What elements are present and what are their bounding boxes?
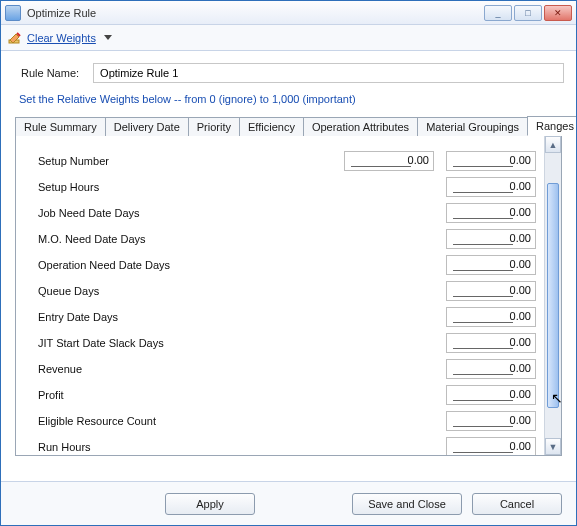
field-label: Setup Number bbox=[38, 155, 332, 167]
range-low-input[interactable]: 0.00 bbox=[344, 151, 434, 171]
field-label: Run Hours bbox=[38, 441, 332, 453]
titlebar[interactable]: Optimize Rule _ □ ✕ bbox=[1, 1, 576, 25]
field-row: M.O. Need Date Days0.00 bbox=[38, 226, 536, 252]
dropdown-caret-icon[interactable] bbox=[104, 35, 112, 40]
field-value: 0.00 bbox=[510, 180, 531, 192]
range-high-input[interactable]: 0.00 bbox=[446, 203, 536, 223]
close-icon: ✕ bbox=[554, 8, 562, 18]
field-label: Eligible Resource Count bbox=[38, 415, 332, 427]
range-high-input[interactable]: 0.00 bbox=[446, 333, 536, 353]
tab-efficiency[interactable]: Efficiency bbox=[239, 117, 304, 136]
range-high-input[interactable]: 0.00 bbox=[446, 307, 536, 327]
apply-label: Apply bbox=[196, 498, 224, 510]
field-value: 0.00 bbox=[510, 362, 531, 374]
field-row: Run Hours0.00 bbox=[38, 434, 536, 455]
scroll-up-button[interactable]: ▲ bbox=[545, 136, 561, 153]
footer: Apply Save and Close Cancel bbox=[1, 481, 576, 525]
range-high-input[interactable]: 0.00 bbox=[446, 437, 536, 455]
maximize-button[interactable]: □ bbox=[514, 5, 542, 21]
field-value: 0.00 bbox=[510, 388, 531, 400]
field-value: 0.00 bbox=[510, 310, 531, 322]
app-icon bbox=[5, 5, 21, 21]
range-high-input[interactable]: 0.00 bbox=[446, 229, 536, 249]
cancel-button[interactable]: Cancel bbox=[472, 493, 562, 515]
field-row: Entry Date Days0.00 bbox=[38, 304, 536, 330]
rule-name-label: Rule Name: bbox=[21, 67, 79, 79]
field-row: Operation Need Date Days0.00 bbox=[38, 252, 536, 278]
field-label: Entry Date Days bbox=[38, 311, 332, 323]
field-label: Operation Need Date Days bbox=[38, 259, 332, 271]
field-row: Eligible Resource Count0.00 bbox=[38, 408, 536, 434]
field-value: 0.00 bbox=[510, 232, 531, 244]
window-title: Optimize Rule bbox=[27, 7, 484, 19]
tab-rule-summary[interactable]: Rule Summary bbox=[15, 117, 106, 136]
field-label: JIT Start Date Slack Days bbox=[38, 337, 332, 349]
field-value: 0.00 bbox=[408, 154, 429, 166]
close-button[interactable]: ✕ bbox=[544, 5, 572, 21]
tabstrip: Rule SummaryDelivery DatePriorityEfficie… bbox=[15, 115, 562, 136]
field-value: 0.00 bbox=[510, 440, 531, 452]
clear-weights-link[interactable]: Clear Weights bbox=[27, 32, 96, 44]
field-row: Setup Number0.000.00 bbox=[38, 148, 536, 174]
field-value: 0.00 bbox=[510, 414, 531, 426]
range-high-input[interactable]: 0.00 bbox=[446, 281, 536, 301]
scroll-down-button[interactable]: ▼ bbox=[545, 438, 561, 455]
minimize-icon: _ bbox=[495, 8, 500, 18]
range-high-input[interactable]: 0.00 bbox=[446, 177, 536, 197]
field-value: 0.00 bbox=[510, 206, 531, 218]
field-label: M.O. Need Date Days bbox=[38, 233, 332, 245]
tab-panel-ranges: Setup Number0.000.00Setup Hours0.00Job N… bbox=[16, 136, 544, 455]
save-close-label: Save and Close bbox=[368, 498, 446, 510]
field-label: Job Need Date Days bbox=[38, 207, 332, 219]
weights-hint: Set the Relative Weights below -- from 0… bbox=[19, 93, 564, 105]
tab-priority[interactable]: Priority bbox=[188, 117, 240, 136]
scroll-thumb[interactable] bbox=[547, 183, 559, 408]
field-label: Revenue bbox=[38, 363, 332, 375]
minimize-button[interactable]: _ bbox=[484, 5, 512, 21]
field-value: 0.00 bbox=[510, 284, 531, 296]
range-high-input[interactable]: 0.00 bbox=[446, 151, 536, 171]
tab-material-groupings[interactable]: Material Groupings bbox=[417, 117, 528, 136]
field-row: Profit0.00 bbox=[38, 382, 536, 408]
field-label: Queue Days bbox=[38, 285, 332, 297]
field-row: JIT Start Date Slack Days0.00 bbox=[38, 330, 536, 356]
field-value: 0.00 bbox=[510, 154, 531, 166]
save-and-close-button[interactable]: Save and Close bbox=[352, 493, 462, 515]
rule-name-input[interactable] bbox=[93, 63, 564, 83]
field-row: Setup Hours0.00 bbox=[38, 174, 536, 200]
field-value: 0.00 bbox=[510, 258, 531, 270]
field-row: Queue Days0.00 bbox=[38, 278, 536, 304]
clear-weights-icon bbox=[7, 30, 23, 46]
scroll-track[interactable] bbox=[545, 153, 561, 438]
apply-button[interactable]: Apply bbox=[165, 493, 255, 515]
field-label: Setup Hours bbox=[38, 181, 332, 193]
field-label: Profit bbox=[38, 389, 332, 401]
maximize-icon: □ bbox=[525, 8, 530, 18]
range-high-input[interactable]: 0.00 bbox=[446, 411, 536, 431]
toolbar: Clear Weights bbox=[1, 25, 576, 51]
tab-delivery-date[interactable]: Delivery Date bbox=[105, 117, 189, 136]
vertical-scrollbar[interactable]: ▲ ▼ bbox=[544, 136, 561, 455]
field-row: Job Need Date Days0.00 bbox=[38, 200, 536, 226]
range-high-input[interactable]: 0.00 bbox=[446, 385, 536, 405]
field-value: 0.00 bbox=[510, 336, 531, 348]
tab-ranges[interactable]: Ranges bbox=[527, 116, 577, 136]
range-high-input[interactable]: 0.00 bbox=[446, 359, 536, 379]
field-row: Revenue0.00 bbox=[38, 356, 536, 382]
cancel-label: Cancel bbox=[500, 498, 534, 510]
tab-operation-attributes[interactable]: Operation Attributes bbox=[303, 117, 418, 136]
range-high-input[interactable]: 0.00 bbox=[446, 255, 536, 275]
